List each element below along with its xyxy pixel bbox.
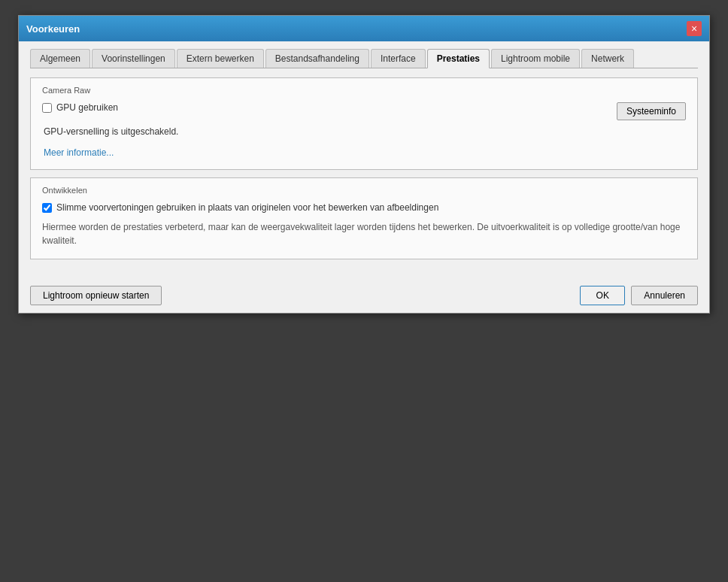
gpu-checkbox-row: GPU gebruiken (42, 102, 118, 113)
camera-raw-title: Camera Raw (42, 86, 686, 95)
camera-raw-section: Camera Raw GPU gebruiken Systeeminfo GPU… (30, 77, 698, 170)
footer-left: Lightroom opnieuw starten (30, 286, 162, 305)
gpu-checkbox-label[interactable]: GPU gebruiken (56, 102, 118, 113)
tab-lightroom-mobile[interactable]: Lightroom mobile (491, 49, 580, 68)
gpu-status-text: GPU-versnelling is uitgeschakeld. (44, 126, 686, 137)
gpu-checkbox[interactable] (42, 103, 52, 113)
title-bar: Voorkeuren × (19, 16, 709, 41)
smart-preview-label[interactable]: Slimme voorvertoningen gebruiken in plaa… (56, 202, 438, 213)
camera-raw-header-row: GPU gebruiken Systeeminfo (42, 102, 686, 120)
ok-button[interactable]: OK (580, 286, 625, 305)
preferences-dialog: Voorkeuren × Algemeen Voorinstellingen E… (18, 15, 710, 314)
cancel-button[interactable]: Annuleren (631, 286, 698, 305)
tab-algemeen[interactable]: Algemeen (30, 49, 90, 68)
ontwikkelen-section: Ontwikkelen Slimme voorvertoningen gebru… (30, 177, 698, 259)
ontwikkelen-title: Ontwikkelen (42, 186, 686, 195)
close-button[interactable]: × (687, 21, 702, 36)
dialog-footer: Lightroom opnieuw starten OK Annuleren (19, 278, 709, 313)
dialog-title: Voorkeuren (26, 23, 80, 35)
tab-netwerk[interactable]: Netwerk (581, 49, 634, 68)
tab-interface[interactable]: Interface (371, 49, 426, 68)
tab-bestandsafhandeling[interactable]: Bestandsafhandeling (265, 49, 369, 68)
sysinfo-button[interactable]: Systeeminfo (617, 102, 686, 120)
tab-voorinstellingen[interactable]: Voorinstellingen (92, 49, 175, 68)
dialog-backdrop: Voorkeuren × Algemeen Voorinstellingen E… (0, 0, 728, 582)
smart-preview-checkbox[interactable] (42, 203, 52, 213)
footer-right: OK Annuleren (580, 286, 698, 305)
tab-prestaties[interactable]: Prestaties (427, 49, 490, 68)
tabs-bar: Algemeen Voorinstellingen Extern bewerke… (30, 49, 698, 68)
smart-preview-checkbox-row: Slimme voorvertoningen gebruiken in plaa… (42, 202, 686, 213)
tab-extern-bewerken[interactable]: Extern bewerken (177, 49, 264, 68)
smart-preview-description: Hiermee worden de prestaties verbeterd, … (42, 220, 686, 247)
dialog-body: Algemeen Voorinstellingen Extern bewerke… (19, 41, 709, 278)
more-info-link[interactable]: Meer informatie... (44, 147, 114, 158)
camera-raw-left: GPU gebruiken (42, 102, 118, 113)
restart-button[interactable]: Lightroom opnieuw starten (30, 286, 162, 305)
